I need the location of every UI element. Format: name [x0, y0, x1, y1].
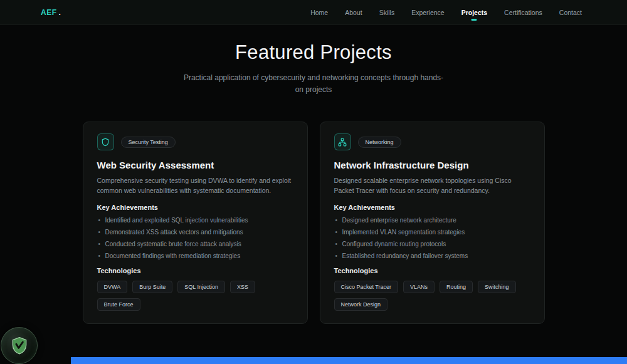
achievement-item: Documented findings with remediation str…	[97, 252, 293, 259]
achievements-label: Key Achievements	[97, 204, 293, 211]
card-header: Networking	[334, 133, 530, 150]
technologies-label: Technologies	[334, 267, 530, 274]
featured-projects-section: Featured Projects Practical application …	[0, 25, 627, 324]
project-description: Designed scalable enterprise network top…	[334, 175, 530, 196]
project-title: Web Security Assessment	[97, 160, 293, 170]
project-description: Comprehensive security testing using DVW…	[97, 175, 293, 196]
projects-section-title: Featured Projects	[0, 41, 627, 64]
nav-item-about[interactable]: About	[345, 9, 362, 16]
technology-tags: DVWA Burp Suite SQL Injection XSS Brute …	[97, 281, 293, 311]
achievement-item: Established redundancy and failover syst…	[334, 252, 530, 259]
technology-tag: DVWA	[97, 281, 128, 293]
technology-tag: Routing	[440, 281, 473, 293]
technology-tag: SQL Injection	[177, 281, 225, 293]
achievement-item: Identified and exploited SQL injection v…	[97, 217, 293, 224]
bottom-blue-bar	[71, 357, 627, 364]
technologies-label: Technologies	[97, 267, 293, 274]
project-title: Network Infrastructure Design	[334, 160, 530, 170]
technology-tag: VLANs	[403, 281, 435, 293]
card-header: Security Testing	[97, 133, 293, 150]
logo-dot: .	[59, 8, 61, 17]
nav-item-contact[interactable]: Contact	[559, 9, 582, 16]
category-badge: Networking	[358, 137, 401, 148]
project-cards: Security Testing Web Security Assessment…	[83, 122, 545, 324]
project-card-network-infrastructure: Networking Network Infrastructure Design…	[320, 122, 545, 324]
watermark-logo	[1, 327, 38, 364]
top-nav: AEF. Home About Skills Experience Projec…	[0, 0, 627, 25]
nav-item-experience[interactable]: Experience	[411, 9, 445, 16]
nav-item-skills[interactable]: Skills	[379, 9, 395, 16]
achievements-label: Key Achievements	[334, 204, 530, 211]
technology-tag: Brute Force	[97, 298, 140, 311]
logo-text: AEF	[41, 8, 57, 17]
technology-tag: XSS	[230, 281, 255, 293]
achievement-item: Configured dynamic routing protocols	[334, 241, 530, 247]
achievements-list: Designed enterprise network architecture…	[334, 217, 530, 259]
technology-tag: Burp Suite	[132, 281, 172, 293]
nav-item-home[interactable]: Home	[310, 9, 328, 16]
technology-tag: Network Design	[334, 298, 388, 311]
projects-section-subtitle: Practical application of cybersecurity a…	[182, 72, 445, 95]
nav-item-projects[interactable]: Projects	[461, 9, 487, 16]
achievements-list: Identified and exploited SQL injection v…	[97, 217, 293, 259]
project-card-web-security: Security Testing Web Security Assessment…	[83, 122, 308, 324]
shield-icon	[97, 133, 114, 150]
technology-tags: Cisco Packet Tracer VLANs Routing Switch…	[334, 281, 530, 311]
nav-item-certifications[interactable]: Certifications	[504, 9, 542, 16]
achievement-item: Conducted systematic brute force attack …	[97, 241, 293, 247]
achievement-item: Designed enterprise network architecture	[334, 217, 530, 224]
achievement-item: Demonstrated XSS attack vectors and miti…	[97, 229, 293, 236]
nav-menu: Home About Skills Experience Projects Ce…	[310, 9, 582, 16]
logo[interactable]: AEF.	[41, 8, 61, 17]
achievement-item: Implemented VLAN segmentation strategies	[334, 229, 530, 236]
category-badge: Security Testing	[121, 137, 176, 148]
technology-tag: Switching	[478, 281, 516, 293]
technology-tag: Cisco Packet Tracer	[334, 281, 399, 293]
network-icon	[334, 133, 351, 150]
